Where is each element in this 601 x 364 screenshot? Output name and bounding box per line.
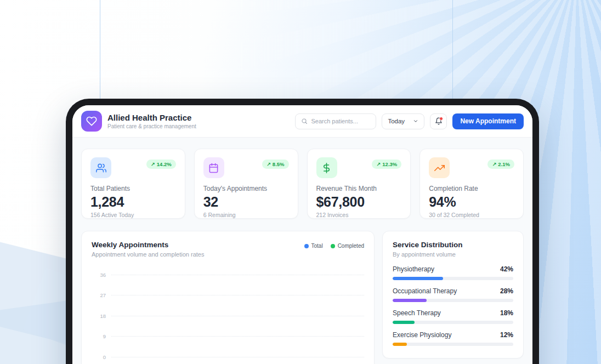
legend-label: Total xyxy=(311,243,323,249)
brand-text: Allied Health Practice Patient care & pr… xyxy=(107,113,196,130)
service-item-physiotherapy: Physiotherapy 42% xyxy=(393,265,513,280)
trend-up-icon: ↗ xyxy=(376,161,381,167)
service-item-exercise-physiology: Exercise Physiology 12% xyxy=(393,331,513,346)
stat-value: 1,284 xyxy=(90,194,176,210)
service-panel-subtitle: By appointment volume xyxy=(393,251,513,258)
stat-label: Revenue This Month xyxy=(316,185,402,192)
search-input[interactable] xyxy=(311,118,370,124)
chart-subtitle: Appointment volume and completion rates xyxy=(92,251,204,258)
stat-card-total-patients: ↗ 14.2% Total Patients 1,284 156 Active … xyxy=(81,149,185,219)
y-tick-label: 27 xyxy=(92,292,106,298)
progress-fill xyxy=(393,299,427,302)
stat-label: Total Patients xyxy=(90,185,176,192)
background-vertical-line xyxy=(100,0,100,110)
brand-logo xyxy=(81,111,102,132)
stat-value: 32 xyxy=(203,194,289,210)
gridline xyxy=(111,316,364,316)
patient-search[interactable] xyxy=(295,113,376,129)
progress-track xyxy=(393,321,513,324)
stat-subtext: 6 Remaining xyxy=(203,212,289,218)
progress-track xyxy=(393,277,513,280)
trend-up-icon: ↗ xyxy=(151,161,155,167)
chart-title: Weekly Appointments xyxy=(92,241,204,249)
y-tick-label: 0 xyxy=(92,354,106,360)
service-name: Occupational Therapy xyxy=(393,287,457,295)
trend-badge: ↗ 8.5% xyxy=(262,160,289,169)
notification-badge-dot xyxy=(439,117,443,121)
chart-legend: Total Completed xyxy=(304,243,364,249)
stat-value: $67,800 xyxy=(316,194,402,210)
progress-track xyxy=(393,343,513,346)
device-frame: Allied Health Practice Patient care & pr… xyxy=(66,99,539,364)
weekly-appointments-panel: Weekly Appointments Appointment volume a… xyxy=(81,231,375,364)
bar-chart-plot-area: 36 27 18 9 0 Mon Tue Wed Thu Fri S xyxy=(92,272,364,364)
y-tick-label: 36 xyxy=(92,272,106,278)
legend-item-completed: Completed xyxy=(331,243,364,249)
service-name: Exercise Physiology xyxy=(393,331,451,339)
service-name: Physiotherapy xyxy=(393,265,434,273)
trend-value: 2.1% xyxy=(498,161,510,167)
dollar-icon xyxy=(316,157,337,178)
progress-fill xyxy=(393,277,443,280)
users-icon xyxy=(90,157,111,178)
stat-card-todays-appointments: ↗ 8.5% Today's Appointments 32 6 Remaini… xyxy=(194,149,298,219)
progress-track xyxy=(393,299,513,302)
stat-subtext: 30 of 32 Completed xyxy=(429,212,514,218)
progress-fill xyxy=(393,321,415,324)
legend-dot xyxy=(304,244,309,248)
app-tagline: Patient care & practice management xyxy=(107,123,196,130)
progress-fill xyxy=(393,343,407,346)
service-percent: 12% xyxy=(500,331,513,339)
trend-up-icon: ↗ xyxy=(492,161,496,167)
stat-card-revenue: ↗ 12.3% Revenue This Month $67,800 212 I… xyxy=(307,149,411,219)
legend-item-total: Total xyxy=(304,243,323,249)
date-filter-value: Today xyxy=(388,118,405,124)
dashboard-content: ↗ 14.2% Total Patients 1,284 156 Active … xyxy=(72,138,532,364)
legend-label: Completed xyxy=(338,243,364,249)
stat-card-completion-rate: ↗ 2.1% Completion Rate 94% 30 of 32 Comp… xyxy=(419,149,524,219)
trend-badge: ↗ 2.1% xyxy=(487,160,514,169)
legend-dot xyxy=(331,244,335,248)
stat-label: Today's Appointments xyxy=(203,185,289,192)
heart-icon xyxy=(86,116,97,127)
gridline xyxy=(111,275,364,275)
trend-value: 14.2% xyxy=(157,161,172,167)
gridline xyxy=(111,357,364,357)
trend-value: 12.3% xyxy=(382,161,397,167)
trending-up-icon xyxy=(429,157,450,178)
stat-subtext: 212 Invoices xyxy=(316,212,402,218)
service-percent: 18% xyxy=(500,309,513,317)
service-item-speech-therapy: Speech Therapy 18% xyxy=(393,309,513,324)
service-list: Physiotherapy 42% Occupational Therapy 2… xyxy=(393,265,513,346)
app-header: Allied Health Practice Patient care & pr… xyxy=(72,105,532,138)
date-filter-dropdown[interactable]: Today xyxy=(382,113,424,129)
stats-grid: ↗ 14.2% Total Patients 1,284 156 Active … xyxy=(81,149,524,219)
new-appointment-button[interactable]: New Appointment xyxy=(452,113,524,129)
stat-value: 94% xyxy=(429,194,514,210)
stat-label: Completion Rate xyxy=(429,185,514,192)
app-screen: Allied Health Practice Patient care & pr… xyxy=(72,105,532,364)
service-percent: 28% xyxy=(500,287,513,295)
calendar-icon xyxy=(203,157,224,178)
gridline xyxy=(111,336,364,337)
notifications-button[interactable] xyxy=(430,113,447,129)
service-panel-title: Service Distribution xyxy=(393,241,513,249)
app-title: Allied Health Practice xyxy=(107,113,196,122)
trend-value: 8.5% xyxy=(273,161,285,167)
search-icon xyxy=(301,118,308,124)
service-percent: 42% xyxy=(500,265,513,273)
service-item-occupational-therapy: Occupational Therapy 28% xyxy=(393,287,513,302)
trend-badge: ↗ 14.2% xyxy=(146,160,176,169)
service-distribution-panel: Service Distribution By appointment volu… xyxy=(382,231,524,359)
gridline xyxy=(111,295,364,295)
y-tick-label: 9 xyxy=(92,333,106,339)
service-name: Speech Therapy xyxy=(393,309,441,317)
trend-up-icon: ↗ xyxy=(267,161,271,167)
trend-badge: ↗ 12.3% xyxy=(372,160,401,169)
y-tick-label: 18 xyxy=(92,313,106,319)
stat-subtext: 156 Active Today xyxy=(90,212,176,218)
chevron-down-icon xyxy=(413,118,418,124)
